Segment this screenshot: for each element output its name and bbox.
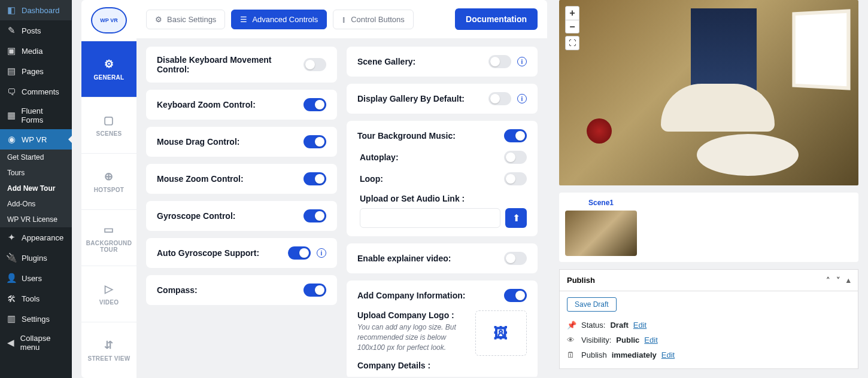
status-label: Status:: [581, 321, 605, 330]
toggle[interactable]: [288, 246, 311, 260]
toggle[interactable]: [504, 289, 527, 302]
vtab-hotspot[interactable]: ⊕HOTSPOT: [81, 153, 136, 209]
setting-label: Tour Background Music:: [357, 131, 504, 141]
vtab-general[interactable]: ⚙GENERAL: [81, 41, 136, 97]
zoom-out-button[interactable]: −: [566, 20, 579, 33]
menu-label: Comments: [22, 87, 59, 96]
audio-link-input[interactable]: [360, 208, 500, 228]
menu-label: Settings: [22, 315, 50, 324]
wp-submenu-get-started[interactable]: Get Started: [0, 150, 72, 165]
vtab-label: VIDEO: [99, 299, 119, 306]
menu-appearance-icon: ✦: [6, 232, 17, 243]
tab-control-buttons[interactable]: ⫿Control Buttons: [333, 10, 414, 29]
metabox-toggle-icon[interactable]: ▴: [846, 276, 851, 285]
vtab-scenes[interactable]: ▢SCENES: [81, 97, 136, 153]
menu-label: Pages: [22, 67, 44, 76]
loop-toggle[interactable]: [504, 172, 527, 185]
upload-audio-button[interactable]: ⬆: [505, 208, 527, 228]
wp-menu-plugins[interactable]: 🔌Plugins: [0, 248, 72, 268]
edit-visibility-link[interactable]: Edit: [644, 336, 657, 345]
eye-icon: 👁: [567, 336, 576, 345]
setting-row: Enable explainer video:: [347, 243, 538, 273]
wp-menu-collapse-menu[interactable]: ◀Collapse menu: [0, 329, 72, 356]
company-logo-desc: You can add any logo size. But recommend…: [357, 322, 465, 352]
save-draft-button[interactable]: Save Draft: [567, 297, 617, 312]
autoplay-toggle[interactable]: [504, 151, 527, 164]
street view-icon: ⇵: [104, 339, 113, 352]
image-icon: 🖼: [494, 325, 508, 342]
tab-advanced-controls[interactable]: ☰Advanced Controls: [231, 10, 327, 29]
setting-label: Keyboard Zoom Control:: [157, 100, 304, 109]
wp-menu-settings[interactable]: ▥Settings: [0, 309, 72, 329]
info-icon[interactable]: i: [517, 57, 527, 66]
wp-menu-fluent-forms[interactable]: ▦Fluent Forms: [0, 102, 72, 129]
visibility-label: Visibility:: [581, 336, 611, 345]
menu-label: Collapse menu: [20, 334, 66, 352]
pin-icon: 📌: [567, 321, 576, 330]
logo-upload-box[interactable]: 🖼: [475, 310, 527, 356]
wp-menu-media[interactable]: ▣Media: [0, 41, 72, 61]
setting-label: Mouse Zoom Control:: [157, 174, 304, 184]
vtab-background-tour[interactable]: ▭BACKGROUND TOUR: [81, 209, 136, 266]
scene-thumbnail: [565, 211, 637, 256]
upload-audio-label: Upload or Set Audio Link :: [360, 194, 527, 203]
wp-menu-dashboard[interactable]: ◧Dashboard: [0, 0, 72, 20]
toggle[interactable]: [304, 284, 326, 297]
setting-row: Disable Keyboard Movement Control:: [146, 47, 337, 83]
wp-menu-appearance[interactable]: ✦Appearance: [0, 227, 72, 248]
setting-label: Gyroscope Control:: [157, 211, 304, 221]
vtab-video[interactable]: ▷VIDEO: [81, 266, 136, 322]
bg-music-card: Tour Background Music: Autoplay: Loop: U…: [347, 121, 538, 236]
menu-posts-icon: ✎: [6, 25, 17, 36]
info-icon[interactable]: i: [317, 248, 326, 258]
setting-label: Add Company Information:: [357, 291, 504, 300]
toggle[interactable]: [304, 172, 326, 185]
publish-value: immediately: [612, 350, 657, 359]
menu-label: Media: [22, 47, 43, 56]
documentation-button[interactable]: Documentation: [455, 8, 538, 30]
setting-row: Mouse Drag Control:: [146, 127, 337, 157]
publish-metabox: Publish ˄ ˅ ▴ Save Draft 📌 Status: Draft…: [559, 269, 858, 369]
toggle[interactable]: [488, 92, 511, 105]
wp-menu-comments[interactable]: 🗨Comments: [0, 81, 72, 102]
toggle[interactable]: [488, 55, 511, 68]
menu-comments-icon: 🗨: [6, 86, 17, 97]
fullscreen-button[interactable]: ⛶: [565, 36, 579, 50]
metabox-down-icon[interactable]: ˅: [836, 276, 840, 285]
toggle[interactable]: [304, 135, 326, 148]
toggle[interactable]: [304, 58, 326, 71]
toggle[interactable]: [504, 252, 527, 265]
zoom-in-button[interactable]: +: [566, 7, 579, 20]
info-icon[interactable]: i: [517, 94, 527, 103]
vtab-label: STREET VIEW: [87, 355, 130, 362]
wp-submenu-add-new-tour[interactable]: Add New Tour: [0, 181, 72, 196]
edit-schedule-link[interactable]: Edit: [661, 350, 675, 359]
tab-label: Control Buttons: [351, 15, 405, 24]
wp-submenu-add-ons[interactable]: Add-Ons: [0, 196, 72, 212]
menu-dashboard-icon: ◧: [6, 5, 17, 16]
vtab-label: HOTSPOT: [94, 187, 124, 193]
edit-status-link[interactable]: Edit: [633, 321, 647, 330]
metabox-up-icon[interactable]: ˄: [826, 276, 830, 285]
setting-row: Gyroscope Control:: [146, 201, 337, 231]
toggle[interactable]: [304, 209, 326, 222]
setting-row: Scene Gallery: i: [347, 47, 538, 77]
toggle[interactable]: [304, 98, 326, 111]
wp-menu-pages[interactable]: ▤Pages: [0, 61, 72, 81]
setting-row: Auto Gyroscope Support: i: [146, 238, 337, 268]
wp-menu-wp-vr[interactable]: ◉WP VR: [0, 129, 72, 150]
tab-basic-settings[interactable]: ⚙Basic Settings: [146, 10, 225, 29]
menu-label: WP VR: [22, 135, 47, 144]
wp-menu-posts[interactable]: ✎Posts: [0, 20, 72, 41]
scene-card[interactable]: Scene1: [565, 199, 637, 256]
menu-media-icon: ▣: [6, 45, 17, 56]
setting-label: Disable Keyboard Movement Control:: [157, 55, 304, 74]
wp-submenu-wp-vr-license[interactable]: WP VR License: [0, 212, 72, 227]
vtab-street-view[interactable]: ⇵STREET VIEW: [81, 322, 136, 378]
wp-menu-users[interactable]: 👤Users: [0, 268, 72, 288]
wp-menu-tools[interactable]: 🛠Tools: [0, 288, 72, 309]
wp-submenu-tours[interactable]: Tours: [0, 165, 72, 181]
toggle[interactable]: [504, 129, 527, 142]
tab-label: Advanced Controls: [252, 15, 318, 24]
company-card: Add Company Information: Upload Company …: [347, 281, 538, 377]
